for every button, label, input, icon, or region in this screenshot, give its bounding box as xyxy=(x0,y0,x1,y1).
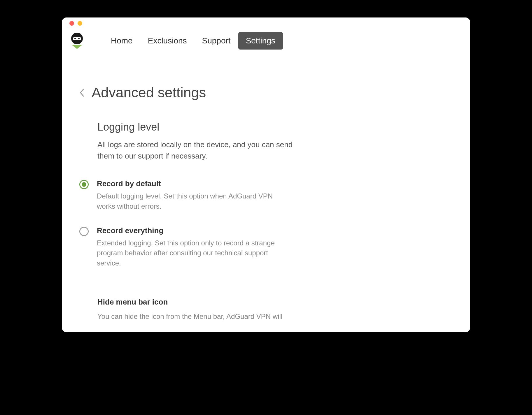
scroll-spacer xyxy=(79,322,453,332)
app-window: Home Exclusions Support Settings Advance… xyxy=(62,17,470,332)
radio-description: Default logging level. Set this option w… xyxy=(97,191,284,212)
page-title: Advanced settings xyxy=(92,85,206,101)
tab-home[interactable]: Home xyxy=(103,32,140,50)
radio-record-default[interactable]: Record by default Default logging level.… xyxy=(79,179,453,212)
minimize-window-button[interactable] xyxy=(78,21,82,26)
radio-text: Record by default Default logging level.… xyxy=(97,179,284,212)
logging-heading: Logging level xyxy=(97,121,453,133)
logging-section: Logging level All logs are stored locall… xyxy=(79,121,453,322)
radio-button-icon xyxy=(79,180,89,189)
radio-button-icon xyxy=(79,227,89,236)
radio-record-everything[interactable]: Record everything Extended logging. Set … xyxy=(79,226,453,268)
hide-menu-description: You can hide the icon from the Menu bar,… xyxy=(97,311,287,322)
hide-menu-section: Hide menu bar icon You can hide the icon… xyxy=(97,298,453,322)
content-scroll-area[interactable]: Advanced settings Logging level All logs… xyxy=(62,70,470,332)
hide-menu-title: Hide menu bar icon xyxy=(97,298,453,307)
titlebar xyxy=(62,17,470,29)
radio-title: Record everything xyxy=(97,226,284,235)
logging-description: All logs are stored locally on the devic… xyxy=(97,139,307,162)
radio-description: Extended logging. Set this option only t… xyxy=(97,238,284,268)
page-title-row: Advanced settings xyxy=(79,85,453,101)
app-logo-icon xyxy=(71,33,83,49)
nav-tabs: Home Exclusions Support Settings xyxy=(103,32,283,50)
back-chevron-icon[interactable] xyxy=(79,88,85,97)
radio-text: Record everything Extended logging. Set … xyxy=(97,226,284,268)
tab-settings[interactable]: Settings xyxy=(238,32,283,50)
header: Home Exclusions Support Settings xyxy=(62,29,470,55)
tab-exclusions[interactable]: Exclusions xyxy=(140,32,195,50)
close-window-button[interactable] xyxy=(69,21,74,26)
radio-title: Record by default xyxy=(97,179,284,188)
tab-support[interactable]: Support xyxy=(195,32,238,50)
